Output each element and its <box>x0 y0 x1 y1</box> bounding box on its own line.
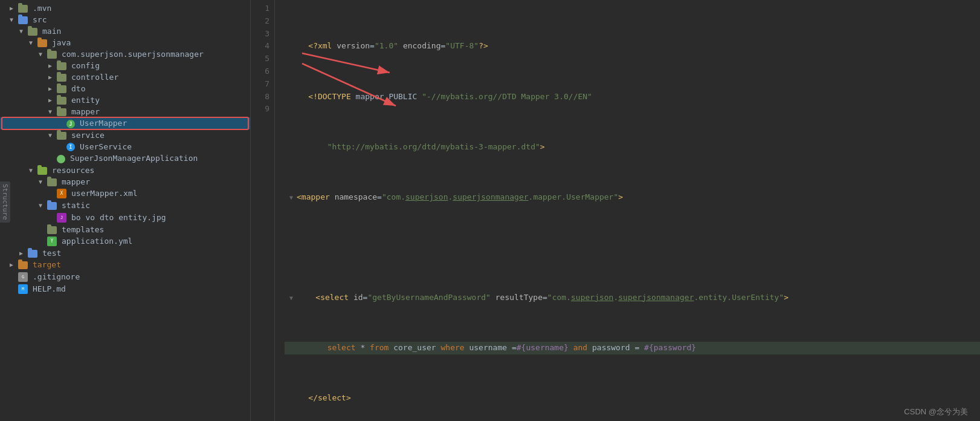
code-line-4: ▼<mapper namespace="com.superjson.superj… <box>285 191 980 204</box>
arrow-mapper-res: ▼ <box>39 178 47 185</box>
arrow-src: ▼ <box>10 16 18 23</box>
label-static: static <box>62 201 250 210</box>
code-line-2: <!DOCTYPE mapper PUBLIC "-//mybatis.org/… <box>285 91 980 103</box>
label-service: service <box>71 131 250 140</box>
tree-item-application[interactable]: SuperJsonManagerApplication <box>0 152 250 165</box>
structure-tab[interactable]: Structure <box>0 181 10 223</box>
folder-icon-config <box>57 61 69 70</box>
line-num-4: 4 <box>251 40 269 53</box>
code-line-3: "http://mybatis.org/dtd/mybatis-3-mapper… <box>285 141 980 154</box>
tree-item-java[interactable]: ▼ java <box>0 37 250 48</box>
label-gitignore: .gitignore <box>33 272 250 281</box>
structure-tab-label: Structure <box>1 184 9 220</box>
tree-item-static[interactable]: ▼ static <box>0 200 250 211</box>
label-main: main <box>42 27 250 36</box>
xml-icon-usermapper: X <box>57 189 69 199</box>
arrow-mapper: ▼ <box>48 108 57 115</box>
tree-item-usermapper-xml[interactable]: X userMapper.xml <box>0 188 250 200</box>
folder-icon-service <box>57 131 69 140</box>
code-line-5 <box>285 241 980 253</box>
code-line-7: select * from core_user where username =… <box>285 342 980 354</box>
tree-item-gitignore[interactable]: G .gitignore <box>0 270 250 283</box>
line-num-8: 8 <box>251 91 269 103</box>
watermark: CSDN @念兮为美 <box>899 405 973 419</box>
folder-icon-dto <box>57 84 69 93</box>
code-content[interactable]: <?xml version="1.0" encoding="UTF-8"?> <… <box>275 0 980 421</box>
folder-icon-templates <box>47 225 59 234</box>
arrow-static: ▼ <box>39 202 47 209</box>
yml-icon-application: Y <box>47 237 59 247</box>
tree-item-helpmd[interactable]: M HELP.md <box>0 283 250 296</box>
folder-icon-main <box>28 27 40 36</box>
line-num-2: 2 <box>251 15 269 28</box>
label-resources: resources <box>52 166 250 175</box>
label-mvn: .mvn <box>33 4 250 13</box>
folder-icon-mapper-res <box>47 177 59 186</box>
tree-item-resources[interactable]: ▼ resources <box>0 165 250 176</box>
tree-item-dto[interactable]: ▶ dto <box>0 83 250 94</box>
line-num-7: 7 <box>251 78 269 91</box>
label-templates: templates <box>62 225 250 234</box>
label-mapper: mapper <box>71 107 250 116</box>
arrow-resources: ▼ <box>29 167 37 174</box>
line-num-9: 9 <box>251 103 269 116</box>
label-userservice: UserService <box>80 142 250 151</box>
folder-icon-controller <box>57 73 69 82</box>
arrow-service: ▼ <box>48 132 57 139</box>
label-bovdto: bo vo dto entity.jpg <box>71 213 250 222</box>
arrow-controller: ▶ <box>48 74 57 80</box>
label-mapper-res: mapper <box>62 177 250 186</box>
label-helpmd: HELP.md <box>33 284 250 293</box>
arrow-config: ▶ <box>48 62 57 69</box>
label-dto: dto <box>71 84 250 93</box>
arrow-target: ▶ <box>10 261 18 268</box>
tree-item-com[interactable]: ▼ com.superjson.superjsonmanager <box>0 48 250 60</box>
code-line-6: ▼ <select id="getByUsernameAndPassword" … <box>285 292 980 304</box>
tree-item-userservice[interactable]: UserService <box>0 141 250 153</box>
folder-icon-resources <box>37 166 50 175</box>
line-num-6: 6 <box>251 65 269 78</box>
label-src: src <box>33 15 250 24</box>
folder-icon-entity <box>57 96 69 105</box>
folder-icon-static <box>47 201 59 210</box>
tree-item-bovdto[interactable]: J bo vo dto entity.jpg <box>0 211 250 224</box>
tree-item-main[interactable]: ▼ main <box>0 25 250 37</box>
tree-item-test[interactable]: ▶ test <box>0 247 250 259</box>
tree-item-usermapper[interactable]: UserMapper <box>0 117 250 129</box>
label-application-yml: application.yml <box>62 237 250 246</box>
tree-item-mapper[interactable]: ▼ mapper <box>0 106 250 117</box>
arrow-test: ▶ <box>19 250 28 256</box>
tree-item-application-yml[interactable]: Y application.yml <box>0 235 250 248</box>
arrow-mvn: ▶ <box>10 5 18 11</box>
arrow-entity: ▶ <box>48 97 57 103</box>
label-usermapper: UserMapper <box>80 119 250 128</box>
project-sidebar: ▶ .mvn ▼ src ▼ main ▼ java ▼ com.superj <box>0 0 251 421</box>
label-entity: entity <box>71 96 250 105</box>
code-line-8: </select> <box>285 392 980 405</box>
tree-item-templates[interactable]: templates <box>0 224 250 235</box>
tree-item-mapper-res[interactable]: ▼ mapper <box>0 176 250 188</box>
line-num-5: 5 <box>251 53 269 65</box>
folder-icon-mvn <box>18 4 30 13</box>
jpg-icon-bovdto: J <box>57 212 69 223</box>
java-green-icon-usermapper <box>66 119 77 128</box>
tree-item-entity[interactable]: ▶ entity <box>0 94 250 106</box>
label-config: config <box>71 61 250 70</box>
tree-item-mvn[interactable]: ▶ .mvn <box>0 2 250 14</box>
folder-icon-mapper <box>57 107 69 116</box>
tree-item-src[interactable]: ▼ src <box>0 14 250 25</box>
tree-item-controller[interactable]: ▶ controller <box>0 71 250 83</box>
code-editor[interactable]: 1 2 3 4 5 6 7 8 9 <?xml version="1.0" en… <box>251 0 980 421</box>
tree-item-config[interactable]: ▶ config <box>0 60 250 71</box>
line-num-1: 1 <box>251 2 269 15</box>
label-com: com.superjson.superjsonmanager <box>62 50 250 59</box>
line-numbers: 1 2 3 4 5 6 7 8 9 <box>251 0 275 421</box>
tree-item-target[interactable]: ▶ target <box>0 259 250 270</box>
arrow-com: ▼ <box>39 51 47 57</box>
folder-icon-java <box>37 38 50 47</box>
arrow-main: ▼ <box>19 28 28 34</box>
md-icon-helpmd: M <box>18 284 30 295</box>
label-application: SuperJsonManagerApplication <box>70 154 250 163</box>
tree-item-service[interactable]: ▼ service <box>0 129 250 141</box>
label-java: java <box>52 38 250 47</box>
